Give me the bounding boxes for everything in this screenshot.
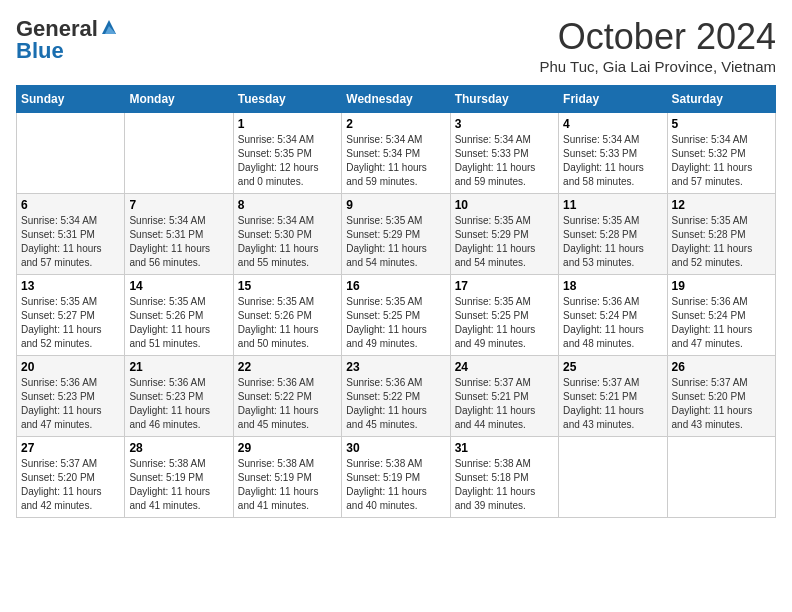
- day-info: Sunrise: 5:37 AMSunset: 5:21 PMDaylight:…: [455, 376, 554, 432]
- calendar-cell: 14Sunrise: 5:35 AMSunset: 5:26 PMDayligh…: [125, 275, 233, 356]
- day-info: Sunrise: 5:34 AMSunset: 5:32 PMDaylight:…: [672, 133, 771, 189]
- day-info: Sunrise: 5:36 AMSunset: 5:22 PMDaylight:…: [346, 376, 445, 432]
- calendar-cell: 25Sunrise: 5:37 AMSunset: 5:21 PMDayligh…: [559, 356, 667, 437]
- day-number: 15: [238, 279, 337, 293]
- calendar-cell: 20Sunrise: 5:36 AMSunset: 5:23 PMDayligh…: [17, 356, 125, 437]
- day-info: Sunrise: 5:35 AMSunset: 5:28 PMDaylight:…: [672, 214, 771, 270]
- weekday-header-cell: Tuesday: [233, 86, 341, 113]
- day-info: Sunrise: 5:36 AMSunset: 5:22 PMDaylight:…: [238, 376, 337, 432]
- day-number: 11: [563, 198, 662, 212]
- day-number: 22: [238, 360, 337, 374]
- day-info: Sunrise: 5:34 AMSunset: 5:35 PMDaylight:…: [238, 133, 337, 189]
- logo-blue: Blue: [16, 38, 64, 64]
- weekday-header-row: SundayMondayTuesdayWednesdayThursdayFrid…: [17, 86, 776, 113]
- calendar-cell: 3Sunrise: 5:34 AMSunset: 5:33 PMDaylight…: [450, 113, 558, 194]
- day-info: Sunrise: 5:35 AMSunset: 5:25 PMDaylight:…: [455, 295, 554, 351]
- day-info: Sunrise: 5:36 AMSunset: 5:23 PMDaylight:…: [21, 376, 120, 432]
- calendar-cell: 10Sunrise: 5:35 AMSunset: 5:29 PMDayligh…: [450, 194, 558, 275]
- day-info: Sunrise: 5:36 AMSunset: 5:24 PMDaylight:…: [672, 295, 771, 351]
- day-number: 2: [346, 117, 445, 131]
- logo-icon: [100, 18, 118, 36]
- day-number: 7: [129, 198, 228, 212]
- calendar-cell: 18Sunrise: 5:36 AMSunset: 5:24 PMDayligh…: [559, 275, 667, 356]
- calendar-week-row: 27Sunrise: 5:37 AMSunset: 5:20 PMDayligh…: [17, 437, 776, 518]
- day-info: Sunrise: 5:38 AMSunset: 5:19 PMDaylight:…: [238, 457, 337, 513]
- day-info: Sunrise: 5:38 AMSunset: 5:19 PMDaylight:…: [129, 457, 228, 513]
- day-number: 23: [346, 360, 445, 374]
- calendar-cell: 24Sunrise: 5:37 AMSunset: 5:21 PMDayligh…: [450, 356, 558, 437]
- calendar-cell: [125, 113, 233, 194]
- day-number: 18: [563, 279, 662, 293]
- day-number: 3: [455, 117, 554, 131]
- calendar-cell: 28Sunrise: 5:38 AMSunset: 5:19 PMDayligh…: [125, 437, 233, 518]
- page-header: General Blue October 2024 Phu Tuc, Gia L…: [16, 16, 776, 75]
- calendar-week-row: 1Sunrise: 5:34 AMSunset: 5:35 PMDaylight…: [17, 113, 776, 194]
- day-number: 8: [238, 198, 337, 212]
- day-info: Sunrise: 5:35 AMSunset: 5:28 PMDaylight:…: [563, 214, 662, 270]
- logo: General Blue: [16, 16, 118, 64]
- calendar-cell: 16Sunrise: 5:35 AMSunset: 5:25 PMDayligh…: [342, 275, 450, 356]
- calendar-cell: 2Sunrise: 5:34 AMSunset: 5:34 PMDaylight…: [342, 113, 450, 194]
- day-number: 14: [129, 279, 228, 293]
- calendar-cell: 9Sunrise: 5:35 AMSunset: 5:29 PMDaylight…: [342, 194, 450, 275]
- weekday-header-cell: Wednesday: [342, 86, 450, 113]
- calendar-cell: 22Sunrise: 5:36 AMSunset: 5:22 PMDayligh…: [233, 356, 341, 437]
- day-info: Sunrise: 5:34 AMSunset: 5:33 PMDaylight:…: [455, 133, 554, 189]
- calendar-cell: 6Sunrise: 5:34 AMSunset: 5:31 PMDaylight…: [17, 194, 125, 275]
- calendar-cell: 4Sunrise: 5:34 AMSunset: 5:33 PMDaylight…: [559, 113, 667, 194]
- day-info: Sunrise: 5:35 AMSunset: 5:25 PMDaylight:…: [346, 295, 445, 351]
- day-info: Sunrise: 5:35 AMSunset: 5:29 PMDaylight:…: [346, 214, 445, 270]
- day-info: Sunrise: 5:34 AMSunset: 5:34 PMDaylight:…: [346, 133, 445, 189]
- day-info: Sunrise: 5:34 AMSunset: 5:31 PMDaylight:…: [21, 214, 120, 270]
- weekday-header-cell: Thursday: [450, 86, 558, 113]
- day-number: 13: [21, 279, 120, 293]
- calendar-cell: [559, 437, 667, 518]
- calendar-cell: 5Sunrise: 5:34 AMSunset: 5:32 PMDaylight…: [667, 113, 775, 194]
- day-number: 30: [346, 441, 445, 455]
- day-number: 4: [563, 117, 662, 131]
- calendar-body: 1Sunrise: 5:34 AMSunset: 5:35 PMDaylight…: [17, 113, 776, 518]
- day-number: 27: [21, 441, 120, 455]
- day-info: Sunrise: 5:35 AMSunset: 5:29 PMDaylight:…: [455, 214, 554, 270]
- calendar-cell: 19Sunrise: 5:36 AMSunset: 5:24 PMDayligh…: [667, 275, 775, 356]
- calendar-cell: [667, 437, 775, 518]
- day-number: 25: [563, 360, 662, 374]
- day-number: 19: [672, 279, 771, 293]
- day-info: Sunrise: 5:34 AMSunset: 5:30 PMDaylight:…: [238, 214, 337, 270]
- calendar-cell: 31Sunrise: 5:38 AMSunset: 5:18 PMDayligh…: [450, 437, 558, 518]
- calendar-cell: 26Sunrise: 5:37 AMSunset: 5:20 PMDayligh…: [667, 356, 775, 437]
- calendar-cell: 23Sunrise: 5:36 AMSunset: 5:22 PMDayligh…: [342, 356, 450, 437]
- calendar-cell: 1Sunrise: 5:34 AMSunset: 5:35 PMDaylight…: [233, 113, 341, 194]
- calendar-cell: 21Sunrise: 5:36 AMSunset: 5:23 PMDayligh…: [125, 356, 233, 437]
- location-title: Phu Tuc, Gia Lai Province, Vietnam: [539, 58, 776, 75]
- weekday-header-cell: Friday: [559, 86, 667, 113]
- day-number: 6: [21, 198, 120, 212]
- day-info: Sunrise: 5:35 AMSunset: 5:26 PMDaylight:…: [238, 295, 337, 351]
- calendar-cell: 17Sunrise: 5:35 AMSunset: 5:25 PMDayligh…: [450, 275, 558, 356]
- day-number: 17: [455, 279, 554, 293]
- day-info: Sunrise: 5:34 AMSunset: 5:33 PMDaylight:…: [563, 133, 662, 189]
- calendar-cell: 7Sunrise: 5:34 AMSunset: 5:31 PMDaylight…: [125, 194, 233, 275]
- day-number: 1: [238, 117, 337, 131]
- day-number: 20: [21, 360, 120, 374]
- day-number: 28: [129, 441, 228, 455]
- day-number: 9: [346, 198, 445, 212]
- day-info: Sunrise: 5:35 AMSunset: 5:27 PMDaylight:…: [21, 295, 120, 351]
- calendar-cell: 27Sunrise: 5:37 AMSunset: 5:20 PMDayligh…: [17, 437, 125, 518]
- calendar-cell: 11Sunrise: 5:35 AMSunset: 5:28 PMDayligh…: [559, 194, 667, 275]
- calendar-cell: [17, 113, 125, 194]
- day-number: 5: [672, 117, 771, 131]
- day-info: Sunrise: 5:36 AMSunset: 5:23 PMDaylight:…: [129, 376, 228, 432]
- day-number: 12: [672, 198, 771, 212]
- day-number: 29: [238, 441, 337, 455]
- weekday-header-cell: Monday: [125, 86, 233, 113]
- day-info: Sunrise: 5:36 AMSunset: 5:24 PMDaylight:…: [563, 295, 662, 351]
- calendar-week-row: 13Sunrise: 5:35 AMSunset: 5:27 PMDayligh…: [17, 275, 776, 356]
- calendar-cell: 15Sunrise: 5:35 AMSunset: 5:26 PMDayligh…: [233, 275, 341, 356]
- day-info: Sunrise: 5:37 AMSunset: 5:21 PMDaylight:…: [563, 376, 662, 432]
- day-info: Sunrise: 5:38 AMSunset: 5:18 PMDaylight:…: [455, 457, 554, 513]
- day-number: 24: [455, 360, 554, 374]
- day-info: Sunrise: 5:37 AMSunset: 5:20 PMDaylight:…: [672, 376, 771, 432]
- weekday-header-cell: Sunday: [17, 86, 125, 113]
- calendar-cell: 29Sunrise: 5:38 AMSunset: 5:19 PMDayligh…: [233, 437, 341, 518]
